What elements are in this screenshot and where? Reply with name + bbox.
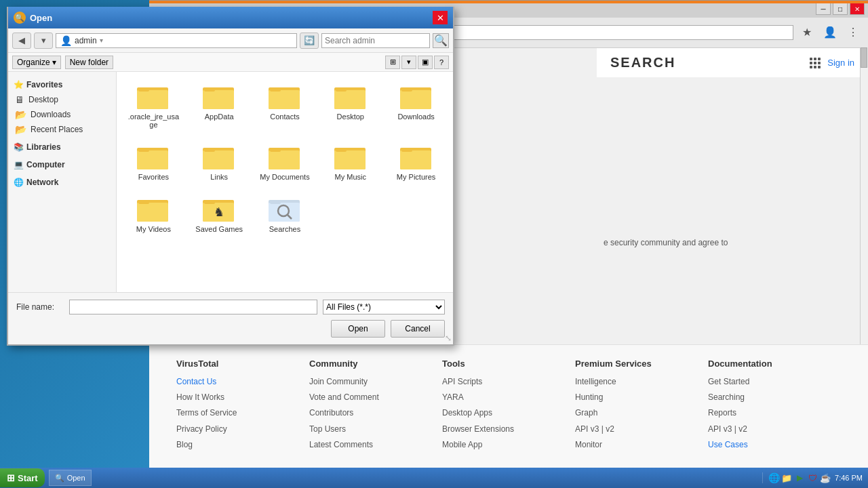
footer-hunting[interactable]: Hunting	[575, 391, 708, 404]
antivirus-tray-icon[interactable]: 🛡	[807, 472, 818, 483]
file-item-downloads[interactable]: Downloads	[386, 79, 446, 134]
dialog-search-button[interactable]: 🔍	[433, 33, 449, 48]
scrollbar-thumb[interactable]	[861, 47, 867, 68]
file-item-mydocs[interactable]: My Documents	[255, 139, 315, 186]
browser-controls: ─ □ ✕	[816, 3, 865, 15]
svg-text:♞: ♞	[214, 205, 224, 219]
help-btn[interactable]: ?	[434, 56, 449, 69]
folder-tray-icon[interactable]: 📁	[781, 472, 792, 483]
folder-icon-favorites	[137, 144, 170, 171]
footer-api-v3-v2-docs[interactable]: API v3 | v2	[708, 423, 841, 436]
footer-searching[interactable]: Searching	[708, 391, 841, 404]
dialog-title: Open	[30, 13, 52, 23]
footer-desktop-apps[interactable]: Desktop Apps	[442, 407, 575, 420]
file-item-contacts[interactable]: Contacts	[255, 79, 315, 134]
svg-rect-13	[400, 90, 431, 109]
ie-tray-icon[interactable]: 🌐	[768, 472, 779, 483]
dialog-close-button[interactable]: ✕	[433, 11, 448, 24]
resize-grip[interactable]: ⤡	[445, 333, 452, 343]
sidebar-item-recent[interactable]: 📂 Recent Places	[8, 122, 116, 137]
computer-header[interactable]: 💻 Computer	[8, 157, 116, 172]
minimize-btn[interactable]: ─	[816, 3, 831, 15]
folder-icon-mypictures	[400, 144, 433, 171]
footer-latest-comments[interactable]: Latest Comments	[309, 439, 442, 451]
start-button[interactable]: ⊞ Start	[0, 468, 45, 487]
user-icon[interactable]: 👤	[821, 23, 840, 42]
media-player-tray-icon[interactable]: ▶	[794, 472, 805, 483]
sidebar-item-downloads[interactable]: 📂 Downloads	[8, 107, 116, 122]
file-item-myvideos[interactable]: My Videos	[123, 191, 184, 238]
footer-terms-of-service[interactable]: Terms of Service	[176, 407, 309, 420]
computer-label: Computer	[26, 160, 65, 169]
back-nav-btn[interactable]: ◀	[12, 33, 31, 49]
footer-use-cases[interactable]: Use Cases	[708, 439, 841, 451]
file-item-mypictures[interactable]: My Pictures	[386, 139, 446, 186]
favorites-header[interactable]: ⭐ Favorites	[8, 77, 116, 92]
view-grid-btn[interactable]: ⊞	[385, 56, 400, 69]
footer-browser-extensions[interactable]: Browser Extensions	[442, 423, 575, 436]
network-header[interactable]: 🌐 Network	[8, 175, 116, 190]
footer-contributors[interactable]: Contributors	[309, 407, 442, 420]
footer-vote-comment[interactable]: Vote and Comment	[309, 391, 442, 404]
star-icon[interactable]: ★	[797, 23, 816, 42]
dialog-search-input[interactable]	[321, 33, 430, 48]
footer-monitor[interactable]: Monitor	[575, 439, 708, 451]
grid-dot	[810, 62, 812, 64]
footer-privacy-policy[interactable]: Privacy Policy	[176, 423, 309, 436]
file-item-savedgames[interactable]: ♞ Saved Games	[189, 191, 250, 238]
footer-join-community[interactable]: Join Community	[309, 375, 442, 388]
file-item-oracle[interactable]: .oracle_jre_usage	[123, 79, 184, 134]
footer-get-started[interactable]: Get Started	[708, 375, 841, 388]
footer-community-title: Community	[309, 359, 442, 369]
footer-api-scripts[interactable]: API Scripts	[442, 375, 575, 388]
filename-input[interactable]	[69, 300, 317, 314]
libraries-header[interactable]: 📚 Libraries	[8, 140, 116, 155]
file-item-links[interactable]: Links	[189, 139, 250, 186]
sign-in-button[interactable]: Sign in	[827, 58, 854, 68]
recent-nav-btn[interactable]: ▾	[34, 33, 53, 49]
footer-reports[interactable]: Reports	[708, 407, 841, 420]
refresh-btn[interactable]: 🔄	[300, 33, 319, 49]
taskbar-open-dialog-item[interactable]: 🔍 Open	[49, 470, 92, 486]
footer-api-v3-v2-premium[interactable]: API v3 | v2	[575, 423, 708, 436]
organize-button[interactable]: Organize ▾	[12, 56, 61, 69]
filetype-select[interactable]: All Files (*.*)	[323, 300, 445, 314]
view-dropdown-btn[interactable]: ▾	[401, 56, 416, 69]
footer-intelligence[interactable]: Intelligence	[575, 375, 708, 388]
path-chevron-icon: ▾	[100, 37, 103, 44]
new-folder-button[interactable]: New folder	[65, 56, 113, 69]
footer-mobile-app[interactable]: Mobile App	[442, 439, 575, 451]
file-label-savedgames: Saved Games	[195, 225, 243, 233]
footer-contact-us[interactable]: Contact Us	[176, 375, 309, 388]
menu-icon[interactable]: ⋮	[844, 23, 863, 42]
grid-dot	[818, 62, 821, 64]
file-item-searches[interactable]: Searches	[255, 191, 315, 238]
open-button[interactable]: Open	[331, 320, 385, 338]
footer-col-tools: Tools API Scripts YARA Desktop Apps Brow…	[442, 359, 575, 454]
footer-yara[interactable]: YARA	[442, 391, 575, 404]
file-item-appdata[interactable]: AppData	[189, 79, 250, 134]
computer-icon: 💻	[14, 160, 24, 169]
grid-icon[interactable]	[810, 58, 821, 68]
svg-rect-28	[400, 150, 431, 169]
view-buttons: ⊞ ▾ ▣ ?	[385, 56, 449, 69]
cancel-button[interactable]: Cancel	[391, 320, 445, 338]
dialog-overlay: 🔍 Open ✕ ◀ ▾ 👤 admin ▾ 🔄 🔍 Organize ▾	[0, 0, 448, 339]
footer-graph[interactable]: Graph	[575, 407, 708, 420]
footer-blog[interactable]: Blog	[176, 439, 309, 451]
file-item-favorites[interactable]: Favorites	[123, 139, 184, 186]
java-tray-icon[interactable]: ☕	[820, 472, 831, 483]
maximize-btn[interactable]: □	[833, 3, 848, 15]
dialog-body: ⭐ Favorites 🖥 Desktop 📂 Downloads 📂 Rece…	[8, 72, 453, 292]
file-item-desktop[interactable]: Desktop	[320, 79, 380, 134]
website-header: SEARCH Sign in	[597, 48, 868, 77]
taskbar-item-label: Open	[67, 474, 85, 482]
taskbar: ⊞ Start 🔍 Open 🌐 📁 ▶ 🛡 ☕ 7:46 PM	[0, 468, 868, 488]
close-browser-btn[interactable]: ✕	[850, 3, 865, 15]
file-item-mymusic[interactable]: My Music	[320, 139, 380, 186]
view-preview-btn[interactable]: ▣	[418, 56, 433, 69]
address-path[interactable]: 👤 admin ▾	[56, 33, 297, 48]
footer-how-it-works[interactable]: How It Works	[176, 391, 309, 404]
footer-top-users[interactable]: Top Users	[309, 423, 442, 436]
sidebar-item-desktop[interactable]: 🖥 Desktop	[8, 92, 116, 107]
